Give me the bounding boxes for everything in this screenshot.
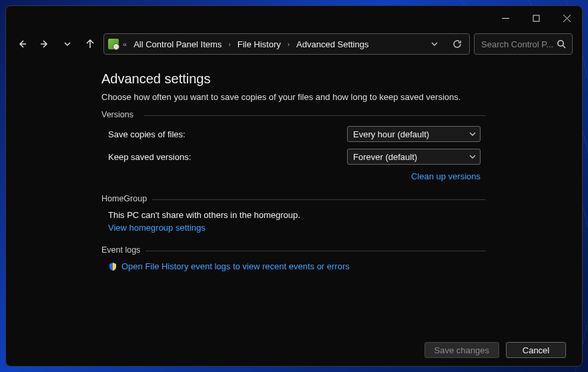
page-description: Choose how often you want to save copies… <box>101 92 582 102</box>
address-bar[interactable]: « All Control Panel Items › File History… <box>103 33 470 55</box>
eventlogs-legend: Event logs <box>101 245 486 255</box>
eventlogs-group: Event logs Open File History event logs … <box>101 245 486 271</box>
breadcrumb-item[interactable]: All Control Panel Items <box>131 38 224 51</box>
chevron-right-icon: › <box>288 41 290 48</box>
open-eventlogs-link[interactable]: Open File History event logs to view rec… <box>121 261 350 271</box>
search-input[interactable] <box>481 39 555 49</box>
window: « All Control Panel Items › File History… <box>5 5 583 367</box>
titlebar <box>6 6 582 30</box>
homegroup-text: This PC can't share with others in the h… <box>101 210 486 220</box>
breadcrumb-item[interactable]: File History <box>235 38 284 51</box>
search-button[interactable] <box>555 37 568 51</box>
svg-point-4 <box>558 41 563 46</box>
forward-button[interactable] <box>35 35 54 53</box>
homegroup-legend: HomeGroup <box>101 194 486 203</box>
minimize-button[interactable] <box>490 6 521 30</box>
save-copies-label: Save copies of files: <box>108 129 347 139</box>
back-button[interactable] <box>13 35 31 53</box>
keep-versions-select[interactable]: Forever (default) <box>347 149 481 165</box>
svg-rect-1 <box>533 15 539 21</box>
footer: Save changes Cancel <box>6 334 582 366</box>
control-panel-icon <box>108 39 119 49</box>
breadcrumb-item[interactable]: Advanced Settings <box>294 38 371 51</box>
save-changes-button: Save changes <box>424 342 499 358</box>
chevron-right-icon: › <box>228 41 230 48</box>
cancel-button[interactable]: Cancel <box>506 342 566 358</box>
versions-legend: Versions <box>101 110 486 119</box>
close-button[interactable] <box>551 6 582 30</box>
chevron-down-icon <box>469 153 476 160</box>
up-button[interactable] <box>81 35 99 53</box>
maximize-button[interactable] <box>521 6 551 30</box>
cleanup-versions-link[interactable]: Clean up versions <box>411 171 481 181</box>
search-box[interactable] <box>474 33 573 55</box>
svg-line-5 <box>563 45 565 48</box>
shield-icon <box>108 262 117 271</box>
content-area: Advanced settings Choose how often you w… <box>6 58 582 334</box>
chevron-down-icon <box>469 131 476 137</box>
save-copies-select[interactable]: Every hour (default) <box>347 126 481 142</box>
keep-versions-label: Keep saved versions: <box>108 152 347 162</box>
view-homegroup-link[interactable]: View homegroup settings <box>108 223 206 233</box>
refresh-button[interactable] <box>448 35 467 53</box>
versions-group: Versions Save copies of files: Every hou… <box>101 110 486 182</box>
address-dropdown-button[interactable] <box>425 35 444 53</box>
nav-row: « All Control Panel Items › File History… <box>6 30 582 58</box>
chevron-left-icon[interactable]: « <box>123 40 127 48</box>
homegroup-group: HomeGroup This PC can't share with other… <box>101 194 486 233</box>
recent-locations-button[interactable] <box>58 35 77 53</box>
page-title: Advanced settings <box>101 71 582 87</box>
